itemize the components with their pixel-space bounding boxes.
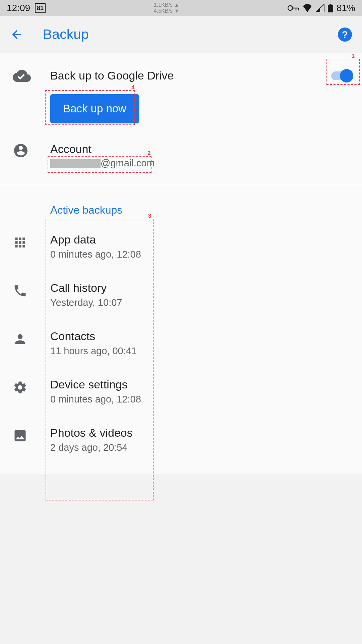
backup-item-device-settings[interactable]: Device settings 0 minutes ago, 12:08	[0, 367, 362, 416]
status-bar: 12:09 81 1.1KB/s ▲ 4.5KB/s ▼ 81%	[0, 0, 362, 16]
battery-percent: 81%	[337, 3, 355, 13]
signal-icon	[316, 4, 324, 12]
page-title: Backup	[43, 26, 338, 42]
backup-drive-toggle[interactable]	[331, 71, 352, 80]
annotation-1: 1	[352, 53, 355, 59]
app-header: Backup ?	[0, 16, 362, 53]
cloud-check-icon	[10, 70, 50, 82]
active-backups-header: Active backups	[0, 195, 362, 222]
wifi-icon	[302, 4, 312, 12]
account-row[interactable]: Account @gmail.com 2	[0, 129, 362, 175]
net-down: 4.5KB/s ▼	[154, 8, 179, 14]
key-icon	[288, 5, 299, 11]
svg-point-0	[288, 6, 293, 10]
backup-drive-row[interactable]: Back up to Google Drive 1	[0, 63, 362, 88]
help-icon[interactable]: ?	[338, 28, 352, 42]
gear-icon	[10, 378, 50, 395]
annotation-3: 3	[148, 213, 151, 219]
account-email: @gmail.com	[50, 158, 352, 169]
status-time: 12:09	[7, 3, 30, 13]
person-icon	[10, 143, 50, 159]
backup-item-app-data[interactable]: App data 0 minutes ago, 12:08	[0, 222, 362, 271]
backup-item-call-history[interactable]: Call history Yesterday, 10:07	[0, 271, 362, 319]
account-label: Account	[50, 143, 352, 156]
back-arrow-icon[interactable]	[10, 28, 23, 41]
annotation-4: 4	[131, 84, 134, 91]
svg-rect-5	[328, 5, 333, 12]
backup-drive-label: Back up to Google Drive	[50, 69, 331, 82]
backup-now-button[interactable]: Back up now	[50, 94, 139, 123]
battery-icon	[328, 4, 333, 12]
backup-item-photos-videos[interactable]: Photos & videos 2 days ago, 20:54	[0, 416, 362, 464]
phone-icon	[10, 281, 50, 298]
calendar-icon: 81	[35, 3, 46, 13]
annotation-2: 2	[147, 150, 150, 157]
net-up: 1.1KB/s ▲	[154, 2, 179, 8]
backup-item-contacts[interactable]: Contacts 11 hours ago, 00:41	[0, 319, 362, 367]
contact-icon	[10, 330, 50, 346]
apps-icon	[10, 233, 50, 250]
image-icon	[10, 426, 50, 443]
svg-rect-4	[329, 4, 331, 5]
redacted-email-user	[50, 159, 101, 168]
